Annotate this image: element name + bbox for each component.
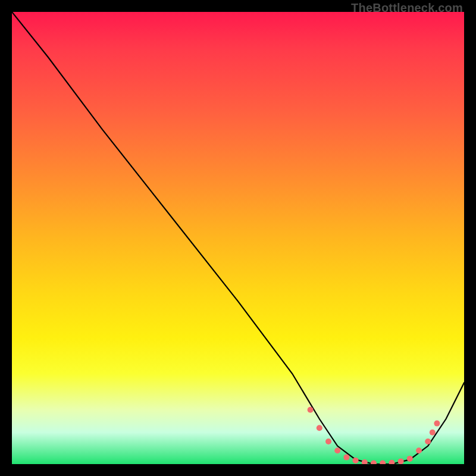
marker-point xyxy=(430,430,436,436)
marker-point xyxy=(380,461,386,465)
marker-point xyxy=(334,447,340,453)
marker-point xyxy=(398,458,404,464)
attribution-text: TheBottleneck.com xyxy=(351,1,463,15)
marker-point xyxy=(434,421,440,427)
marker-point xyxy=(317,425,322,431)
marker-point xyxy=(389,460,394,464)
marker-point xyxy=(362,459,368,464)
curve-layer xyxy=(12,12,464,464)
marker-point xyxy=(325,439,331,444)
marker-point xyxy=(407,456,413,462)
highlight-markers xyxy=(308,407,440,464)
marker-point xyxy=(425,439,431,444)
marker-point xyxy=(416,447,422,453)
marker-point xyxy=(343,455,349,461)
marker-point xyxy=(371,461,377,465)
marker-point xyxy=(308,407,314,413)
chart-frame xyxy=(12,12,464,464)
marker-point xyxy=(353,458,359,464)
bottleneck-curve xyxy=(12,12,464,464)
